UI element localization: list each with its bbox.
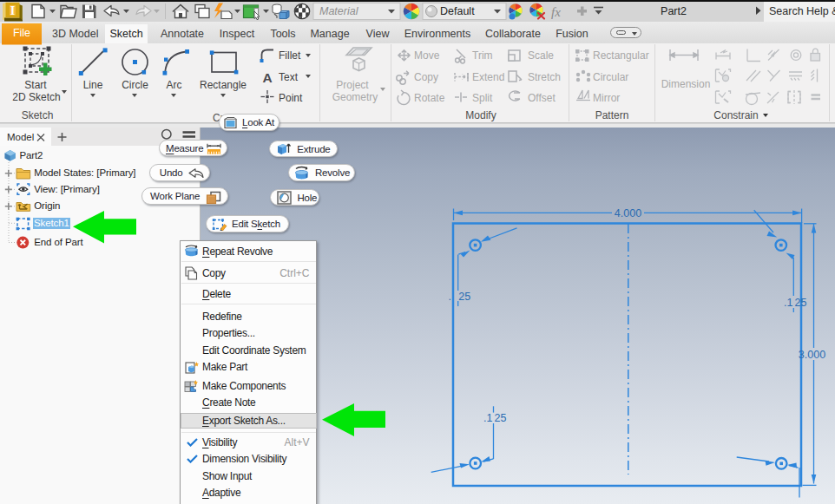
svg-text:Model: Model	[7, 132, 34, 142]
svg-text:A: A	[263, 70, 273, 85]
svg-text:25: 25	[458, 291, 470, 303]
svg-text:3.000: 3.000	[799, 349, 825, 361]
svg-text:.1: .1	[784, 297, 792, 309]
svg-text:Search Help &: Search Help &	[769, 5, 835, 17]
svg-text:fx: fx	[551, 5, 561, 19]
svg-text:Material: Material	[319, 5, 359, 17]
svg-text:.1: .1	[483, 412, 492, 424]
svg-text:Default: Default	[440, 5, 475, 17]
svg-text:I: I	[10, 4, 15, 17]
svg-text:Part2: Part2	[661, 5, 687, 17]
svg-text:4.000: 4.000	[615, 207, 641, 219]
svg-text:25: 25	[495, 412, 507, 424]
svg-text:25: 25	[795, 297, 807, 309]
svg-text:.: .	[449, 291, 451, 303]
